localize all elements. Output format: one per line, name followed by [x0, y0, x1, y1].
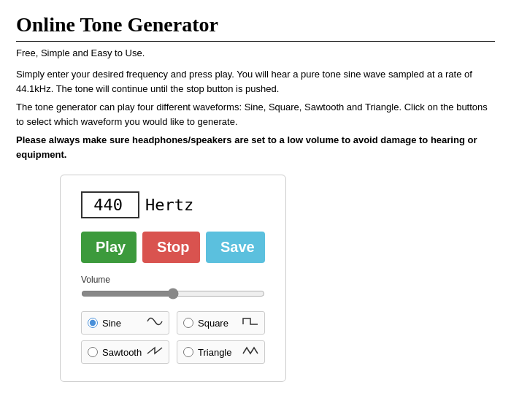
volume-slider[interactable] — [81, 288, 265, 299]
triangle-wave-icon — [242, 345, 258, 359]
waveform-square[interactable]: Square — [177, 311, 265, 335]
sine-radio[interactable] — [88, 318, 98, 328]
waveform-triangle[interactable]: Triangle — [177, 340, 265, 364]
generator-panel: Hertz Play Stop Save Volume Sine Square — [60, 175, 286, 382]
frequency-unit-label: Hertz — [145, 196, 193, 214]
play-button[interactable]: Play — [81, 232, 137, 263]
waveform-sine[interactable]: Sine — [81, 311, 169, 335]
triangle-radio[interactable] — [183, 347, 193, 357]
description2: The tone generator can play four differe… — [16, 100, 495, 129]
sawtooth-wave-icon — [147, 345, 163, 359]
stop-button[interactable]: Stop — [142, 232, 200, 263]
sine-wave-icon — [147, 316, 163, 329]
subtitle: Free, Simple and Easy to Use. — [16, 47, 495, 58]
sawtooth-radio[interactable] — [88, 347, 98, 357]
page-title: Online Tone Generator — [16, 13, 495, 37]
triangle-label: Triangle — [198, 347, 238, 358]
volume-label: Volume — [81, 275, 265, 285]
warning-text: Please always make sure headphones/speak… — [16, 133, 495, 161]
frequency-row: Hertz — [81, 191, 265, 218]
description1: Simply enter your desired frequency and … — [16, 67, 495, 96]
control-buttons: Play Stop Save — [81, 232, 265, 263]
waveform-sawtooth[interactable]: Sawtooth — [81, 340, 169, 364]
square-wave-icon — [242, 316, 258, 329]
waveform-grid: Sine Square Sawtooth — [81, 311, 265, 364]
frequency-input[interactable] — [81, 191, 139, 218]
sine-label: Sine — [102, 318, 142, 329]
square-label: Square — [198, 318, 238, 329]
save-button[interactable]: Save — [206, 232, 265, 263]
sawtooth-label: Sawtooth — [102, 347, 142, 358]
square-radio[interactable] — [183, 318, 193, 328]
